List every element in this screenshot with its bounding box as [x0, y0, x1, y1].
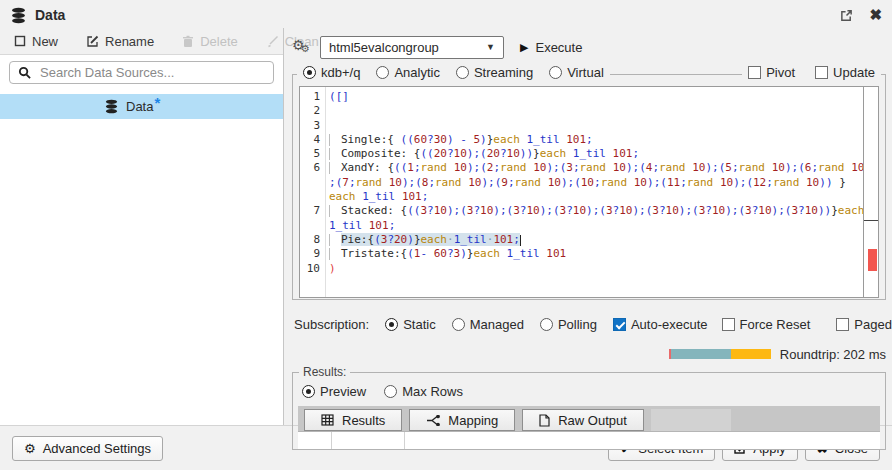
- tab-raw-output-label: Raw Output: [558, 413, 627, 428]
- line-number: 1: [300, 90, 320, 104]
- data-source-item[interactable]: Data *: [0, 94, 283, 119]
- radio-preview-control[interactable]: [302, 385, 315, 398]
- code-line[interactable]: 3: [300, 119, 862, 133]
- grid-column-divider: [404, 432, 405, 449]
- code-editor[interactable]: 1([]234Single:{ ((60?30) - 5)}each 1_til…: [299, 86, 879, 298]
- editor-scrollbar[interactable]: [863, 87, 878, 297]
- radio-virtual[interactable]: Virtual: [549, 65, 604, 80]
- force-reset-checkbox[interactable]: Force Reset: [722, 317, 811, 332]
- code-editor-lines: 1([]234Single:{ ((60?30) - 5)}each 1_til…: [300, 90, 862, 276]
- paged-checkbox[interactable]: Paged: [836, 317, 892, 332]
- code-text: ([]: [329, 90, 349, 103]
- radio-max-rows[interactable]: Max Rows: [384, 384, 463, 399]
- radio-managed-label: Managed: [470, 317, 524, 332]
- code-text: ): [329, 262, 336, 275]
- radio-analytic-label: Analytic: [394, 65, 440, 80]
- code-line[interactable]: 8Pie:{(3?20)}each·1_til·101;: [300, 233, 862, 247]
- radio-streaming-control[interactable]: [456, 66, 469, 79]
- radio-virtual-control[interactable]: [549, 66, 562, 79]
- source-type-radios: kdb+/q Analytic Streaming Virtual: [297, 65, 610, 80]
- scrollbar-error-marker: [868, 249, 877, 271]
- code-text: Single:{ ((60?30) - 5)}each 1_til 101;: [329, 133, 593, 146]
- force-reset-checkbox-control[interactable]: [722, 318, 735, 331]
- pivot-checkbox-control[interactable]: [748, 66, 761, 79]
- code-line[interactable]: 10): [300, 262, 862, 276]
- pivot-label: Pivot: [766, 65, 795, 80]
- code-line[interactable]: 4Single:{ ((60?30) - 5)}each 1_til 101;: [300, 133, 862, 147]
- tab-results-label: Results: [342, 413, 385, 428]
- tab-mapping[interactable]: Mapping: [409, 409, 515, 431]
- code-line[interactable]: 1_til 101;: [300, 219, 862, 233]
- radio-kdbq-label: kdb+/q: [321, 65, 360, 80]
- text-selection: Pie:{(3?20)}each·1_til·101;: [341, 233, 520, 246]
- close-icon[interactable]: ✖: [869, 6, 882, 24]
- tab-results[interactable]: Results: [304, 409, 402, 431]
- code-line[interactable]: 7Stacked: {((3?10);(3?10);(3?10);(3?10);…: [300, 204, 862, 218]
- update-checkbox[interactable]: Update: [815, 65, 875, 80]
- advanced-settings-label: Advanced Settings: [43, 441, 151, 456]
- radio-kdbq-control[interactable]: [303, 66, 316, 79]
- radio-analytic[interactable]: Analytic: [376, 65, 440, 80]
- radio-static[interactable]: Static: [385, 317, 436, 332]
- new-label: New: [32, 34, 58, 49]
- sidebar-toolbar: New Rename Delete: [0, 28, 283, 54]
- results-box: Results: Preview Max Rows: [292, 372, 886, 450]
- results-grid: [298, 431, 880, 449]
- line-number: 6: [300, 161, 320, 175]
- pivot-checkbox[interactable]: Pivot: [748, 65, 795, 80]
- code-line[interactable]: ;(7;rand 10);(8;rand 10);(9;rand 10);(10…: [300, 176, 862, 190]
- tab-raw-output[interactable]: Raw Output: [522, 409, 644, 431]
- new-button[interactable]: New: [14, 34, 58, 49]
- update-checkbox-control[interactable]: [815, 66, 828, 79]
- execute-button[interactable]: ▶ Execute: [520, 40, 582, 55]
- text-cursor: [520, 235, 521, 246]
- radio-preview[interactable]: Preview: [302, 384, 366, 399]
- rename-label: Rename: [105, 34, 154, 49]
- code-line[interactable]: each 1_til 101;: [300, 190, 862, 204]
- connection-row: ⚙⚙ html5evalcongroup ▼ ▶ Execute: [292, 32, 886, 62]
- radio-static-control[interactable]: [385, 318, 398, 331]
- code-line[interactable]: 9Tristate:{(1- 60?3)}each 1_til 101: [300, 247, 862, 261]
- subscription-label: Subscription:: [294, 317, 369, 332]
- popout-icon[interactable]: [840, 9, 853, 22]
- connection-dropdown[interactable]: html5evalcongroup ▼: [320, 36, 504, 59]
- radio-polling-label: Polling: [558, 317, 597, 332]
- code-line[interactable]: 6XandY: {((1;rand 10);(2;rand 10);(3;ran…: [300, 161, 862, 175]
- connection-settings-icon[interactable]: ⚙⚙: [292, 38, 312, 56]
- radio-polling-control[interactable]: [540, 318, 553, 331]
- auto-execute-checkbox[interactable]: Auto-execute: [613, 317, 708, 332]
- advanced-settings-button[interactable]: ⚙ Advanced Settings: [12, 436, 163, 461]
- line-number: 10: [300, 262, 320, 276]
- paged-checkbox-control[interactable]: [836, 318, 849, 331]
- radio-static-label: Static: [403, 317, 436, 332]
- table-icon: [321, 414, 334, 426]
- radio-analytic-control[interactable]: [376, 66, 389, 79]
- delete-button[interactable]: Delete: [182, 34, 238, 49]
- status-row: Roundtrip: 202 ms: [292, 347, 886, 361]
- radio-streaming[interactable]: Streaming: [456, 65, 533, 80]
- data-editor-window: Data ✖ New Renam: [0, 0, 892, 470]
- search-box[interactable]: [9, 61, 274, 84]
- cleanup-icon: [266, 35, 279, 48]
- radio-kdbq[interactable]: kdb+/q: [303, 65, 360, 80]
- code-line[interactable]: 5Composite: {((20?10);(20?10))}each 1_ti…: [300, 147, 862, 161]
- radio-max-rows-control[interactable]: [384, 385, 397, 398]
- radio-polling[interactable]: Polling: [540, 317, 597, 332]
- radio-managed[interactable]: Managed: [452, 317, 524, 332]
- results-view-radios: Preview Max Rows: [298, 382, 880, 400]
- code-line[interactable]: 1([]: [300, 90, 862, 104]
- grid-column-divider: [331, 432, 332, 449]
- delete-label: Delete: [200, 34, 238, 49]
- progress-segment-orange: [731, 349, 771, 359]
- search-input[interactable]: [38, 64, 265, 81]
- radio-managed-control[interactable]: [452, 318, 465, 331]
- data-sources-sidebar: New Rename Delete: [0, 28, 284, 425]
- indent-guide: [329, 148, 341, 160]
- indent-guide: [329, 205, 341, 217]
- scrollbar-tick: [864, 220, 878, 221]
- auto-execute-checkbox-control[interactable]: [613, 318, 626, 331]
- rename-button[interactable]: Rename: [86, 34, 154, 49]
- code-line[interactable]: 2: [300, 104, 862, 118]
- radio-max-rows-label: Max Rows: [402, 384, 463, 399]
- line-number: 7: [300, 204, 320, 218]
